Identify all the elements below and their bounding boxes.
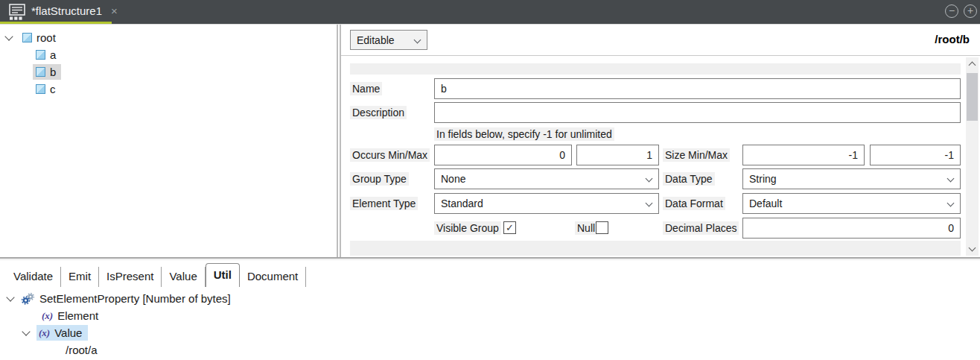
data-type-select[interactable]: String xyxy=(742,168,961,189)
tab-document[interactable]: Document xyxy=(240,267,306,287)
description-input[interactable] xyxy=(434,102,961,123)
decimal-places-label: Decimal Places xyxy=(663,221,739,235)
null-label: Null xyxy=(575,221,597,235)
tree-item-c[interactable]: c xyxy=(0,80,337,98)
occurs-minmax-label: Occurs Min/Max xyxy=(350,148,430,162)
data-format-value: Default xyxy=(749,198,782,209)
chevron-down-icon xyxy=(646,175,653,183)
properties-form: Name Description In fields below, specif… xyxy=(341,56,967,257)
form-spacer-strip xyxy=(350,63,961,75)
element-type-label: Element Type xyxy=(350,197,418,210)
expand-plus-button[interactable]: + xyxy=(964,4,977,18)
main-area: root a xyxy=(0,24,980,257)
tab-validate[interactable]: Validate xyxy=(6,267,61,287)
tree-item-label: a xyxy=(50,48,56,61)
script-tabs: Validate Emit IsPresent Value Util Docum… xyxy=(6,266,306,287)
document-tab[interactable]: *flatStructure1 × xyxy=(31,0,118,22)
group-type-label: Group Type xyxy=(350,172,409,186)
collapse-minus-button[interactable]: − xyxy=(945,4,958,18)
tree-selection: b xyxy=(33,64,61,80)
tree-item-label: /root/a xyxy=(66,344,98,356)
name-input[interactable] xyxy=(434,78,961,99)
checkbox-row: Visible Group ✓ Null Decimal Places xyxy=(350,218,961,239)
properties-panel: Editable /root/b Name Description xyxy=(340,25,980,257)
window-buttons: − + xyxy=(945,4,977,18)
visible-group-checkbox[interactable]: ✓ xyxy=(503,221,516,234)
occurs-min-input[interactable] xyxy=(434,145,572,165)
occurs-size-row: Occurs Min/Max Size Min/Max xyxy=(350,145,961,165)
element-type-format-row: Element Type Standard Data Format Defaul… xyxy=(350,193,961,214)
titlebar: *flatStructure1 × − + xyxy=(0,0,980,24)
data-type-value: String xyxy=(749,173,777,185)
chevron-down-icon xyxy=(947,175,955,183)
tree-item-root-a[interactable]: /root/a xyxy=(0,341,980,359)
scrollbar-thumb[interactable] xyxy=(967,73,978,121)
edit-mode-select[interactable]: Editable xyxy=(350,30,427,50)
horizontal-splitter[interactable] xyxy=(0,257,980,259)
data-format-label: Data Format xyxy=(663,197,725,210)
decimal-places-input[interactable] xyxy=(742,218,961,239)
tree-item-b[interactable]: b xyxy=(0,63,337,80)
name-row: Name xyxy=(350,78,961,99)
tree-item-label: Value xyxy=(54,326,82,339)
size-max-input[interactable] xyxy=(870,145,961,165)
tree-item-root[interactable]: root xyxy=(0,29,337,46)
element-icon xyxy=(36,67,45,77)
element-icon xyxy=(36,50,45,60)
chevron-up-icon xyxy=(969,62,976,69)
chevron-down-icon[interactable] xyxy=(22,327,30,335)
tree-selection: (x) Value xyxy=(36,325,88,341)
element-type-value: Standard xyxy=(441,198,483,209)
data-type-label: Data Type xyxy=(663,172,715,186)
edit-mode-value: Editable xyxy=(357,34,395,46)
tab-ispresent[interactable]: IsPresent xyxy=(99,267,162,287)
group-type-value: None xyxy=(441,173,465,185)
tree-item-setelementproperty[interactable]: SetElementProperty [Number of bytes] xyxy=(0,290,980,307)
fx-icon: (x) xyxy=(42,310,53,322)
size-minmax-label: Size Min/Max xyxy=(663,148,730,162)
visible-group-label: Visible Group xyxy=(434,221,501,235)
occurs-max-input[interactable] xyxy=(576,145,659,165)
tree-item-element[interactable]: (x) Element xyxy=(0,307,980,324)
element-icon xyxy=(36,84,45,94)
unlimited-hint: In fields below, specify -1 for unlimite… xyxy=(434,127,614,141)
size-min-input[interactable] xyxy=(742,145,865,165)
tree-item-a[interactable]: a xyxy=(0,46,337,63)
tab-close-icon[interactable]: × xyxy=(111,5,118,16)
tree-item-label: Element xyxy=(57,309,98,322)
chevron-down-icon[interactable] xyxy=(6,293,14,301)
null-checkbox[interactable] xyxy=(596,221,608,234)
element-icon xyxy=(22,33,32,42)
description-row: Description xyxy=(350,102,961,123)
flat-structure-icon xyxy=(7,3,27,21)
vertical-scrollbar[interactable] xyxy=(966,57,979,256)
chevron-down-icon[interactable] xyxy=(4,32,13,40)
tab-value[interactable]: Value xyxy=(162,267,205,287)
chevron-down-icon xyxy=(947,200,955,207)
data-format-select[interactable]: Default xyxy=(742,193,961,214)
group-type-select[interactable]: None xyxy=(434,168,659,189)
tab-util[interactable]: Util xyxy=(206,263,240,287)
tab-emit[interactable]: Emit xyxy=(61,267,99,287)
hint-row: In fields below, specify -1 for unlimite… xyxy=(350,127,961,142)
tree-item-label: c xyxy=(50,83,56,95)
name-label: Name xyxy=(350,82,382,95)
scroll-up-button[interactable] xyxy=(966,57,979,70)
element-type-select[interactable]: Standard xyxy=(434,193,659,214)
tree-item-label: b xyxy=(50,66,56,78)
tree-item-value[interactable]: (x) Value xyxy=(0,324,980,341)
form-spacer-strip xyxy=(350,241,961,256)
chevron-down-icon xyxy=(646,200,653,207)
scroll-down-button[interactable] xyxy=(966,243,979,256)
chevron-down-icon xyxy=(414,37,421,44)
schema-tree-panel: root a xyxy=(0,25,338,257)
document-tab-label: *flatStructure1 xyxy=(31,4,102,17)
tree-item-label: root xyxy=(36,31,56,44)
description-label: Description xyxy=(350,106,407,119)
script-panel: Validate Emit IsPresent Value Util Docum… xyxy=(0,260,980,360)
element-path: /root/b xyxy=(935,33,970,45)
properties-header: Editable /root/b xyxy=(341,25,980,56)
chevron-down-icon xyxy=(969,244,976,252)
gears-icon xyxy=(21,292,35,306)
util-tree: SetElementProperty [Number of bytes] (x)… xyxy=(0,290,980,359)
